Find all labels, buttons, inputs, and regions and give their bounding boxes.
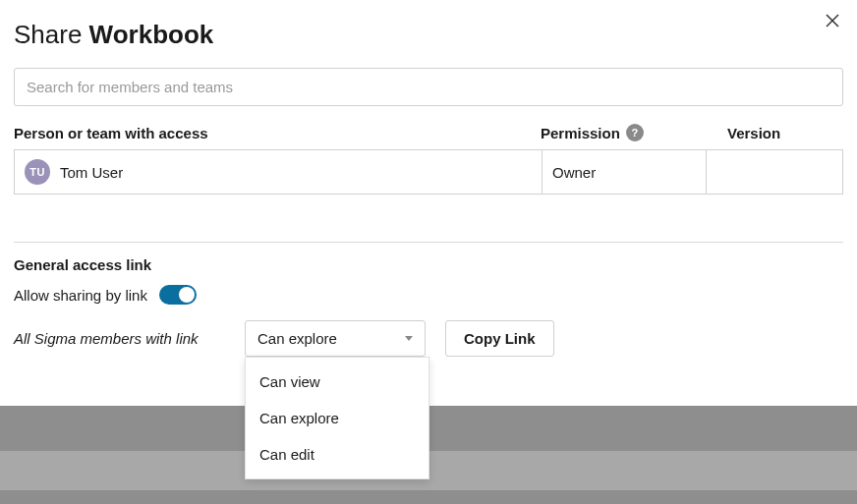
- permission-value: Owner: [552, 164, 596, 181]
- access-row-person-cell: TU Tom User: [15, 150, 542, 194]
- link-permission-value: Can explore: [257, 330, 337, 347]
- help-icon[interactable]: ?: [626, 124, 644, 141]
- share-dialog: Share Workbook Person or team with acces…: [0, 0, 857, 370]
- toggle-knob: [179, 287, 195, 303]
- dropdown-option-explore[interactable]: Can explore: [246, 400, 428, 436]
- col-header-version: Version: [717, 124, 843, 149]
- title-prefix: Share: [14, 20, 89, 49]
- access-row-permission-cell[interactable]: Owner: [542, 150, 707, 194]
- copy-link-button[interactable]: Copy Link: [445, 320, 554, 357]
- dialog-title: Share Workbook: [14, 20, 843, 50]
- link-permission-select[interactable]: Can explore Can view Can explore Can edi…: [245, 320, 426, 357]
- avatar: TU: [25, 159, 50, 185]
- close-icon: [824, 12, 841, 29]
- link-permission-row: All Sigma members with link Can explore …: [14, 320, 843, 357]
- section-divider: [14, 242, 843, 243]
- general-access-heading: General access link: [14, 256, 843, 273]
- dropdown-option-view[interactable]: Can view: [246, 364, 428, 400]
- link-permission-dropdown: Can view Can explore Can edit: [245, 357, 429, 479]
- allow-sharing-label: Allow sharing by link: [14, 287, 147, 304]
- allow-sharing-row: Allow sharing by link: [14, 285, 843, 305]
- dropdown-option-edit[interactable]: Can edit: [246, 436, 428, 473]
- link-scope-label: All Sigma members with link: [14, 330, 225, 347]
- user-name: Tom User: [60, 164, 123, 181]
- access-row: TU Tom User Owner: [14, 149, 843, 195]
- title-subject: Workbook: [89, 20, 214, 49]
- access-row-version-cell: [707, 150, 842, 194]
- search-input[interactable]: [14, 68, 843, 106]
- col-header-permission-label: Permission: [541, 125, 620, 141]
- chevron-down-icon: [405, 336, 413, 341]
- col-header-person: Person or team with access: [14, 124, 541, 149]
- close-button[interactable]: [824, 12, 841, 33]
- link-permission-display[interactable]: Can explore: [245, 320, 426, 357]
- allow-sharing-toggle[interactable]: [159, 285, 197, 305]
- access-table-header: Person or team with access Permission ? …: [14, 124, 843, 149]
- col-header-permission: Permission ?: [541, 124, 717, 149]
